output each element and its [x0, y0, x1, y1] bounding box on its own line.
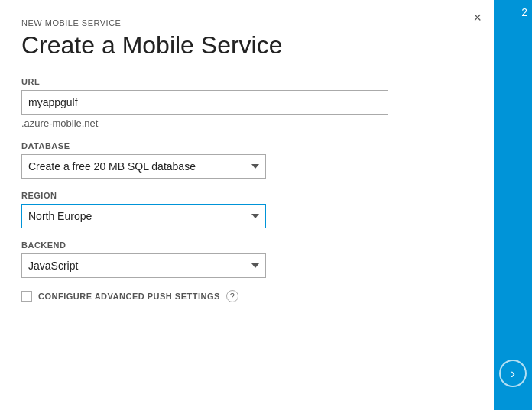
page-subtitle: New Mobile Service: [21, 18, 469, 27]
help-icon[interactable]: ?: [226, 290, 238, 302]
sidebar-number: 2: [517, 0, 532, 24]
advanced-push-label: Configure Advanced Push Settings: [38, 292, 220, 301]
advanced-push-checkbox[interactable]: [21, 291, 32, 302]
backend-label: BACKEND: [21, 241, 469, 250]
database-select[interactable]: Create a free 20 MB SQL database: [21, 154, 266, 179]
url-label: URL: [21, 77, 469, 86]
url-suffix: .azure-mobile.net: [21, 118, 469, 129]
right-sidebar: 2 ›: [494, 0, 532, 410]
database-field-group: DATABASE Create a free 20 MB SQL databas…: [21, 141, 469, 179]
backend-select[interactable]: JavaScript .NET: [21, 253, 266, 278]
region-label: REGION: [21, 191, 469, 200]
close-button[interactable]: ×: [473, 11, 482, 24]
page-title: Create a Mobile Service: [21, 32, 469, 59]
advanced-push-row: Configure Advanced Push Settings ?: [21, 290, 469, 302]
url-field-group: URL .azure-mobile.net: [21, 77, 469, 129]
region-field-group: REGION North Europe East US West US West…: [21, 191, 469, 228]
database-label: DATABASE: [21, 141, 469, 150]
url-input[interactable]: [21, 90, 388, 115]
backend-field-group: BACKEND JavaScript .NET: [21, 241, 469, 278]
next-button[interactable]: ›: [499, 360, 527, 387]
region-select[interactable]: North Europe East US West US West Europe…: [21, 204, 266, 228]
main-panel: × New Mobile Service Create a Mobile Ser…: [0, 0, 494, 410]
